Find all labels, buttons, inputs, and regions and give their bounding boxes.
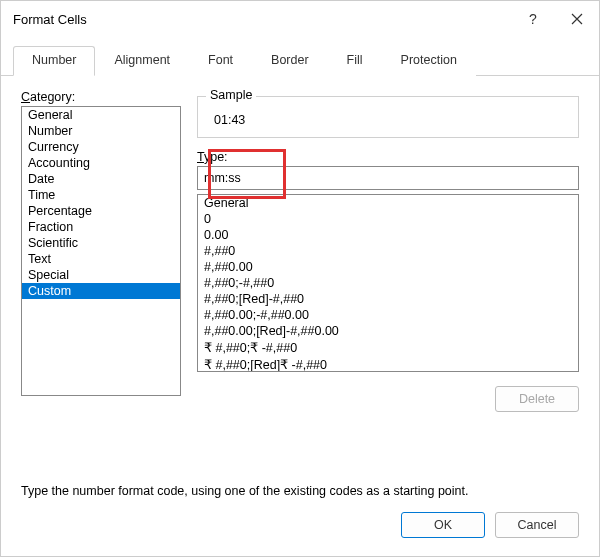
format-code-item[interactable]: General (198, 195, 578, 211)
tab-number[interactable]: Number (13, 46, 95, 76)
format-code-list[interactable]: General 0 0.00 #,##0 #,##0.00 #,##0;-#,#… (197, 194, 579, 372)
format-code-item[interactable]: 0 (198, 211, 578, 227)
category-item-accounting[interactable]: Accounting (22, 155, 180, 171)
type-label: Type: (197, 150, 579, 164)
tab-alignment[interactable]: Alignment (95, 46, 189, 76)
format-code-item[interactable]: ₹ #,##0;[Red]₹ -#,##0 (198, 356, 578, 372)
sample-group: Sample 01:43 (197, 96, 579, 138)
category-item-text[interactable]: Text (22, 251, 180, 267)
format-code-item[interactable]: #,##0.00;-#,##0.00 (198, 307, 578, 323)
dialog-footer: OK Cancel (1, 498, 599, 556)
category-item-custom[interactable]: Custom (22, 283, 180, 299)
delete-row: Delete (197, 386, 579, 412)
category-item-number[interactable]: Number (22, 123, 180, 139)
format-code-item[interactable]: #,##0.00;[Red]-#,##0.00 (198, 323, 578, 339)
category-list[interactable]: General Number Currency Accounting Date … (21, 106, 181, 396)
format-cells-dialog: Format Cells ? Number Alignment Font Bor… (0, 0, 600, 557)
format-code-item[interactable]: 0.00 (198, 227, 578, 243)
tab-fill[interactable]: Fill (328, 46, 382, 76)
tab-content: Category: General Number Currency Accoun… (1, 76, 599, 468)
format-code-item[interactable]: ₹ #,##0;₹ -#,##0 (198, 339, 578, 356)
format-detail-column: Sample 01:43 Type: General 0 0.00 #,##0 … (197, 90, 579, 468)
category-item-percentage[interactable]: Percentage (22, 203, 180, 219)
sample-value: 01:43 (210, 113, 566, 127)
format-code-item[interactable]: #,##0;-#,##0 (198, 275, 578, 291)
category-item-general[interactable]: General (22, 107, 180, 123)
format-code-item[interactable]: #,##0.00 (198, 259, 578, 275)
close-button[interactable] (555, 1, 599, 37)
tab-font[interactable]: Font (189, 46, 252, 76)
close-icon (571, 13, 583, 25)
category-column: Category: General Number Currency Accoun… (21, 90, 181, 468)
type-input[interactable] (197, 166, 579, 190)
titlebar: Format Cells ? (1, 1, 599, 37)
category-item-date[interactable]: Date (22, 171, 180, 187)
cancel-button[interactable]: Cancel (495, 512, 579, 538)
ok-button[interactable]: OK (401, 512, 485, 538)
tab-border[interactable]: Border (252, 46, 328, 76)
sample-label: Sample (206, 88, 256, 102)
delete-button[interactable]: Delete (495, 386, 579, 412)
tabbar: Number Alignment Font Border Fill Protec… (1, 37, 599, 76)
format-code-item[interactable]: #,##0;[Red]-#,##0 (198, 291, 578, 307)
category-item-fraction[interactable]: Fraction (22, 219, 180, 235)
category-item-time[interactable]: Time (22, 187, 180, 203)
dialog-title: Format Cells (13, 12, 511, 27)
help-button[interactable]: ? (511, 1, 555, 37)
hint-text: Type the number format code, using one o… (1, 468, 599, 498)
category-item-special[interactable]: Special (22, 267, 180, 283)
category-label: Category: (21, 90, 181, 104)
tab-protection[interactable]: Protection (382, 46, 476, 76)
category-item-scientific[interactable]: Scientific (22, 235, 180, 251)
format-code-item[interactable]: #,##0 (198, 243, 578, 259)
category-item-currency[interactable]: Currency (22, 139, 180, 155)
